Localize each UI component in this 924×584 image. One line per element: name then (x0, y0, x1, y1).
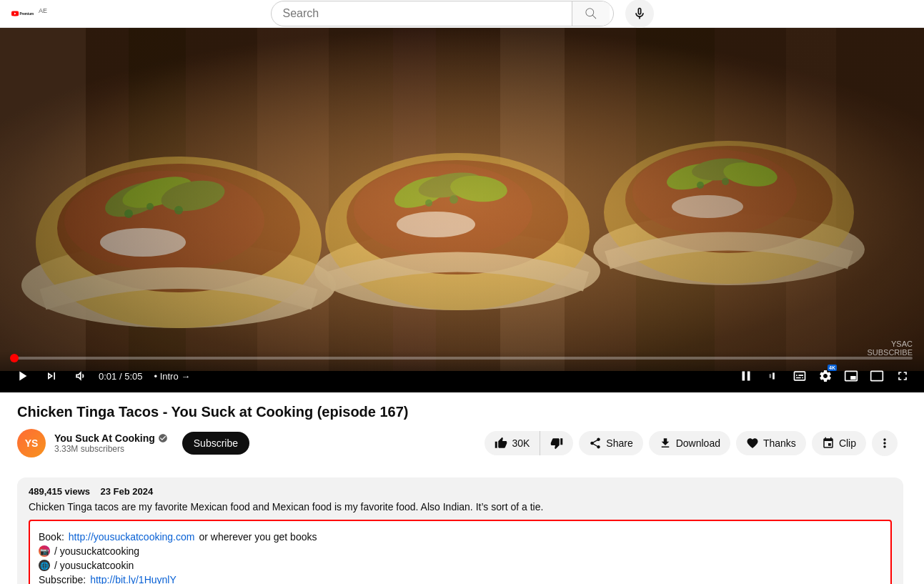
volume-icon (73, 369, 87, 383)
volume-button[interactable] (70, 366, 90, 386)
book-link[interactable]: http://yousuckatcooking.com (69, 531, 195, 543)
svg-rect-42 (773, 372, 775, 379)
share-button[interactable]: Share (579, 431, 642, 455)
svg-rect-41 (770, 374, 772, 378)
highlighted-box: Book: http://yousuckatcooking.com or whe… (29, 520, 892, 584)
channel-name: You Suck At Cooking (54, 432, 168, 444)
svg-text:Premium: Premium (19, 12, 34, 16)
pause-icon (738, 368, 754, 384)
right-controls: 4K (735, 365, 913, 387)
globe-icon: 🌐 (39, 560, 50, 571)
like-count: 30K (512, 437, 530, 449)
clip-label: Clip (839, 437, 856, 449)
more-options-button[interactable] (872, 430, 898, 456)
fullscreen-button[interactable] (893, 366, 913, 386)
subscriber-count: 3.33M subscribers (54, 444, 168, 454)
player-controls: 0:01 / 5:05 • Intro → (0, 351, 924, 392)
video-info: Chicken Tinga Tacos - You Suck at Cookin… (0, 392, 915, 477)
youtube-logo[interactable]: Premium (11, 6, 34, 21)
instagram-icon: 📷 (39, 545, 50, 557)
clip-button[interactable]: Clip (812, 431, 866, 455)
channel-info: You Suck At Cooking 3.33M subscribers (54, 432, 168, 454)
logo-area: Premium AE (11, 6, 47, 21)
quality-badge: 4K (828, 365, 837, 371)
taco-scene (0, 28, 924, 371)
thumbs-down-icon (550, 437, 563, 450)
settings-icon (818, 369, 833, 383)
video-player[interactable]: YSAC SUBSCRIBE 0: (0, 28, 924, 392)
view-count: 489,415 views (29, 486, 90, 497)
search-bar (271, 1, 614, 26)
view-date-row: 489,415 views 23 Feb 2024 (29, 486, 892, 497)
book-suffix: or wherever you get books (199, 531, 317, 543)
thumbs-up-icon (495, 437, 507, 450)
upload-date: 23 Feb 2024 (100, 486, 153, 497)
instagram-handle: / yousuckatcooking (54, 545, 139, 557)
progress-bar[interactable] (11, 357, 913, 360)
description-text: Chicken Tinga tacos are my favorite Mexi… (29, 501, 892, 513)
time-display: 0:01 / 5:05 (99, 371, 142, 382)
clip-icon (822, 437, 835, 450)
theater-button[interactable] (867, 366, 887, 386)
voice-search-button[interactable] (625, 0, 654, 28)
channel-avatar[interactable]: YS (17, 429, 46, 457)
book-line: Book: http://yousuckatcooking.com or whe… (39, 531, 882, 543)
intro-badge: • Intro → (154, 371, 190, 382)
subscribe-label: Subscribe: (39, 574, 86, 584)
thanks-label: Thanks (763, 437, 796, 449)
download-button[interactable]: Download (649, 431, 730, 455)
thanks-icon (746, 437, 759, 450)
channel-name-text: You Suck At Cooking (54, 432, 155, 444)
miniplayer-icon (844, 369, 858, 383)
search-input[interactable] (272, 7, 572, 20)
dislike-button[interactable] (540, 431, 573, 455)
theater-icon (870, 369, 884, 383)
buffer-icon (765, 368, 781, 384)
pause-button[interactable] (735, 365, 757, 387)
subtitles-icon (793, 369, 807, 383)
like-dislike-group: 30K (485, 431, 573, 455)
play-icon (14, 368, 30, 384)
download-label: Download (676, 437, 720, 449)
search-icon (584, 6, 598, 21)
current-time: 0:01 (99, 371, 116, 382)
globe-line: 🌐 / yousuckatcookin (39, 560, 882, 571)
play-button[interactable] (11, 365, 33, 387)
description-area: 489,415 views 23 Feb 2024 Chicken Tinga … (17, 477, 903, 584)
yt-icon: Premium (11, 6, 34, 21)
download-icon (659, 437, 672, 450)
book-label: Book: (39, 531, 64, 543)
globe-handle: / yousuckatcookin (54, 560, 134, 571)
share-label: Share (606, 437, 632, 449)
search-button[interactable] (572, 1, 610, 26)
subscribe-line: Subscribe: http://bit.ly/1HuynlY (39, 574, 882, 584)
video-thumbnail (0, 28, 924, 371)
action-buttons: 30K Share Download (485, 430, 898, 456)
next-icon (44, 369, 59, 383)
total-duration: 5:05 (124, 371, 142, 382)
subscribe-button[interactable]: Subscribe (182, 432, 249, 455)
header: Premium AE (0, 0, 924, 28)
verified-icon (158, 433, 168, 443)
fullscreen-icon (895, 369, 910, 383)
instagram-line: 📷 / yousuckatcooking (39, 545, 882, 557)
search-area (271, 0, 654, 28)
video-title: Chicken Tinga Tacos - You Suck at Cookin… (17, 404, 898, 420)
mic-icon (632, 6, 647, 21)
controls-row: 0:01 / 5:05 • Intro → (11, 365, 913, 387)
ae-badge: AE (39, 7, 47, 14)
channel-row: YS You Suck At Cooking 3.33M subscribers… (17, 429, 898, 457)
settings-button[interactable]: 4K (815, 366, 835, 386)
like-button[interactable]: 30K (485, 431, 540, 455)
more-icon (878, 436, 892, 450)
share-icon (589, 437, 602, 450)
miniplayer-button[interactable] (841, 366, 861, 386)
subscribe-link[interactable]: http://bit.ly/1HuynlY (90, 574, 177, 584)
subtitles-button[interactable] (790, 366, 810, 386)
progress-dot (10, 354, 19, 362)
buffer-button[interactable] (762, 365, 784, 387)
next-button[interactable] (41, 366, 61, 386)
thanks-button[interactable]: Thanks (736, 431, 806, 455)
